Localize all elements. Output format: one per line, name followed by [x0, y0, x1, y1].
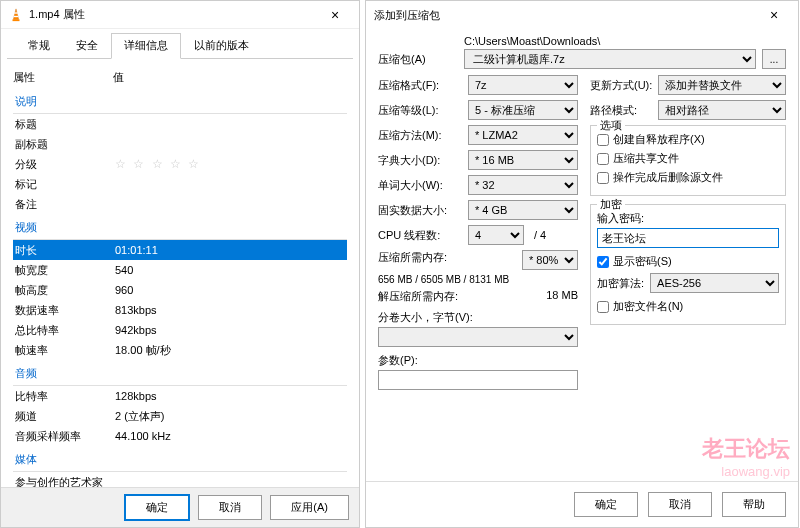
- split-label: 分卷大小，字节(V):: [378, 310, 578, 325]
- rating-stars: ☆ ☆ ☆ ☆ ☆: [115, 156, 345, 172]
- browse-button[interactable]: ...: [762, 49, 786, 69]
- table-row[interactable]: 帧速率18.00 帧/秒: [13, 340, 347, 360]
- show-password-checkbox[interactable]: [597, 256, 609, 268]
- header-value: 值: [113, 70, 347, 85]
- password-label: 输入密码:: [597, 211, 779, 226]
- vlc-tabs: 常规 安全 详细信息 以前的版本: [7, 29, 353, 59]
- update-select[interactable]: 添加并替换文件: [658, 75, 786, 95]
- word-select[interactable]: * 32: [468, 175, 578, 195]
- table-row[interactable]: 备注: [13, 194, 347, 214]
- table-row[interactable]: 标记: [13, 174, 347, 194]
- help-button[interactable]: 帮助: [722, 492, 786, 517]
- solid-select[interactable]: * 4 GB: [468, 200, 578, 220]
- password-input[interactable]: [597, 228, 779, 248]
- tab-security[interactable]: 安全: [63, 33, 111, 58]
- share-checkbox[interactable]: [597, 153, 609, 165]
- enc-names-checkbox[interactable]: [597, 301, 609, 313]
- table-row[interactable]: 帧高度960: [13, 280, 347, 300]
- vlc-titlebar: 1.mp4 属性 ×: [1, 1, 359, 29]
- delete-checkbox[interactable]: [597, 172, 609, 184]
- split-select[interactable]: [378, 327, 578, 347]
- params-label: 参数(P):: [378, 353, 578, 368]
- header-property: 属性: [13, 70, 113, 85]
- threads-total: / 4: [534, 229, 546, 241]
- vlc-cone-icon: [9, 8, 23, 22]
- vlc-header-row: 属性 值: [13, 67, 347, 88]
- vlc-properties-window: 1.mp4 属性 × 常规 安全 详细信息 以前的版本 属性 值 说明 标题 副…: [0, 0, 360, 528]
- table-row[interactable]: 帧宽度540: [13, 260, 347, 280]
- tab-previous[interactable]: 以前的版本: [181, 33, 262, 58]
- sfx-checkbox[interactable]: [597, 134, 609, 146]
- table-row[interactable]: 分级☆ ☆ ☆ ☆ ☆: [13, 154, 347, 174]
- archive-path-prefix: C:\Users\Moast\Downloads\: [378, 35, 786, 47]
- ok-button[interactable]: 确定: [574, 492, 638, 517]
- watermark: 老王论坛 laowang.vip: [702, 434, 790, 479]
- cancel-button[interactable]: 取消: [198, 495, 262, 520]
- section-audio: 音频: [13, 362, 347, 386]
- tab-details[interactable]: 详细信息: [111, 33, 181, 59]
- threads-select[interactable]: 4: [468, 225, 524, 245]
- mem-decomp-value: 18 MB: [546, 289, 578, 304]
- table-row[interactable]: 比特率128kbps: [13, 386, 347, 406]
- table-row-selected[interactable]: 时长01:01:11: [13, 240, 347, 260]
- table-row[interactable]: 总比特率942kbps: [13, 320, 347, 340]
- zip-button-bar: 确定 取消 帮助: [366, 481, 798, 527]
- zip-right-column: 更新方式(U):添加并替换文件 路径模式:相对路径 选项 创建自释放程序(X) …: [590, 75, 786, 390]
- table-row[interactable]: 副标题: [13, 134, 347, 154]
- zip-title: 添加到压缩包: [374, 8, 758, 23]
- format-select[interactable]: 7z: [468, 75, 578, 95]
- mem-comp-value: 656 MB / 6505 MB / 8131 MB: [378, 274, 578, 285]
- archive-row: 压缩包(A) 二级计算机题库.7z ...: [378, 49, 786, 69]
- table-row[interactable]: 数据速率813kbps: [13, 300, 347, 320]
- table-row[interactable]: 频道2 (立体声): [13, 406, 347, 426]
- encryption-groupbox: 加密 输入密码: 显示密码(S) 加密算法:AES-256 加密文件名(N): [590, 204, 786, 325]
- section-media: 媒体: [13, 448, 347, 472]
- vlc-title: 1.mp4 属性: [29, 7, 319, 22]
- zip-body: C:\Users\Moast\Downloads\ 压缩包(A) 二级计算机题库…: [366, 29, 798, 396]
- zip-left-column: 压缩格式(F):7z 压缩等级(L):5 - 标准压缩 压缩方法(M):* LZ…: [378, 75, 578, 390]
- section-video: 视频: [13, 216, 347, 240]
- params-input[interactable]: [378, 370, 578, 390]
- enc-method-select[interactable]: AES-256: [650, 273, 779, 293]
- table-row[interactable]: 标题: [13, 114, 347, 134]
- svg-rect-2: [14, 15, 18, 16]
- archive-label: 压缩包(A): [378, 52, 458, 67]
- dict-select[interactable]: * 16 MB: [468, 150, 578, 170]
- table-row[interactable]: 音频采样频率44.100 kHz: [13, 426, 347, 446]
- svg-rect-1: [14, 12, 18, 13]
- mem-pct-select[interactable]: * 80%: [522, 250, 578, 270]
- archive-name-input[interactable]: 二级计算机题库.7z: [464, 49, 756, 69]
- close-icon[interactable]: ×: [319, 7, 351, 23]
- options-groupbox: 选项 创建自释放程序(X) 压缩共享文件 操作完成后删除源文件: [590, 125, 786, 196]
- zip-titlebar: 添加到压缩包 ×: [366, 1, 798, 29]
- pathmode-select[interactable]: 相对路径: [658, 100, 786, 120]
- apply-button[interactable]: 应用(A): [270, 495, 349, 520]
- zip-add-window: 添加到压缩包 × C:\Users\Moast\Downloads\ 压缩包(A…: [365, 0, 799, 528]
- close-icon[interactable]: ×: [758, 7, 790, 23]
- vlc-button-bar: 确定 取消 应用(A): [1, 487, 359, 527]
- cancel-button[interactable]: 取消: [648, 492, 712, 517]
- method-select[interactable]: * LZMA2: [468, 125, 578, 145]
- tab-general[interactable]: 常规: [15, 33, 63, 58]
- vlc-content: 属性 值 说明 标题 副标题 分级☆ ☆ ☆ ☆ ☆ 标记 备注 视频 时长01…: [1, 59, 359, 489]
- level-select[interactable]: 5 - 标准压缩: [468, 100, 578, 120]
- ok-button[interactable]: 确定: [124, 494, 190, 521]
- section-description: 说明: [13, 90, 347, 114]
- svg-rect-0: [13, 19, 20, 21]
